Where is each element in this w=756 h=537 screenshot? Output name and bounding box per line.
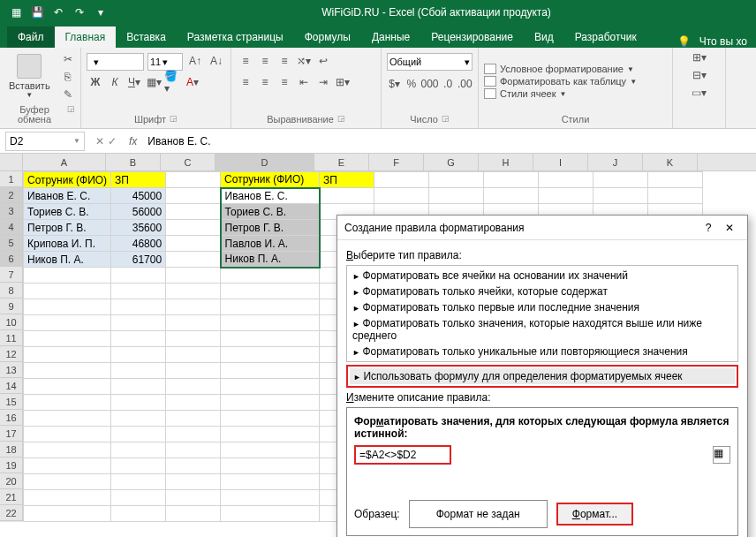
format-cells-icon[interactable]: ▭▾ [691, 85, 708, 101]
cell[interactable]: Сотруник (ФИО) [221, 172, 320, 188]
cell[interactable] [221, 411, 320, 427]
cell[interactable] [429, 188, 484, 204]
row-header[interactable]: 20 [0, 473, 23, 489]
qat-dropdown-icon[interactable]: ▾ [92, 4, 110, 21]
cell[interactable] [111, 268, 166, 284]
cell[interactable] [429, 172, 484, 188]
tab-formulas[interactable]: Формулы [294, 26, 361, 48]
formula-input[interactable] [144, 132, 756, 151]
cell[interactable] [24, 347, 111, 363]
row-header[interactable]: 16 [0, 410, 23, 426]
cell[interactable] [166, 299, 221, 315]
increase-decimal-icon[interactable]: .0 [441, 76, 456, 92]
cell[interactable]: 35600 [111, 220, 166, 236]
font-family-select[interactable]: ▾ [87, 53, 144, 71]
rule-type-item[interactable]: Форматировать все ячейки на основании их… [349, 268, 736, 284]
align-middle-icon[interactable]: ≡ [256, 53, 274, 69]
cell[interactable] [221, 315, 320, 331]
tab-developer[interactable]: Разработчик [564, 26, 647, 48]
cell[interactable] [111, 427, 166, 442]
tab-view[interactable]: Вид [524, 26, 564, 48]
font-size-select[interactable]: 11▾ [147, 53, 183, 71]
italic-icon[interactable]: К [106, 74, 124, 90]
cell[interactable] [166, 442, 221, 458]
row-header[interactable]: 8 [0, 283, 23, 299]
align-bottom-icon[interactable]: ≡ [276, 53, 293, 69]
rule-type-item[interactable]: Форматировать только ячейки, которые сод… [349, 284, 736, 299]
cell[interactable] [221, 442, 320, 458]
cell[interactable]: ЗП [320, 172, 374, 188]
rule-type-item-selected[interactable]: Использовать формулу для определения фор… [350, 368, 735, 384]
merge-icon[interactable]: ⊞▾ [334, 74, 352, 90]
row-header[interactable]: 18 [0, 442, 23, 458]
cell[interactable] [111, 411, 166, 427]
shrink-font-icon[interactable]: A↓ [208, 53, 225, 69]
cell[interactable]: 61700 [111, 252, 166, 268]
cell[interactable] [111, 331, 166, 347]
col-header[interactable]: D [215, 154, 314, 170]
cell[interactable]: Иванов Е. С. [24, 188, 111, 204]
cell[interactable]: Петров Г. В. [24, 220, 111, 236]
row-header[interactable]: 14 [0, 378, 23, 394]
cell[interactable]: Иванов Е. С. [221, 188, 320, 204]
format-painter-icon[interactable]: ✎ [59, 87, 77, 102]
cell[interactable] [166, 363, 221, 379]
row-header[interactable]: 17 [0, 426, 23, 442]
fx-icon[interactable]: fx [122, 135, 144, 147]
cell[interactable] [24, 299, 111, 315]
rule-type-list[interactable]: Форматировать все ячейки на основании их… [346, 265, 738, 362]
cell[interactable] [111, 315, 166, 331]
cell[interactable]: Сотруник (ФИО) [24, 172, 111, 188]
cell[interactable] [24, 315, 111, 331]
row-header[interactable]: 11 [0, 330, 23, 346]
cell[interactable]: Ториев С. В. [221, 204, 320, 220]
row-header[interactable]: 13 [0, 362, 23, 378]
bold-icon[interactable]: Ж [87, 74, 104, 90]
rule-type-item[interactable]: Форматировать только значения, которые н… [349, 315, 736, 344]
cell[interactable] [166, 395, 221, 411]
cell[interactable]: ЗП [111, 172, 166, 188]
cell[interactable] [166, 427, 221, 442]
currency-icon[interactable]: $▾ [387, 76, 402, 92]
cell[interactable] [166, 490, 221, 506]
align-launcher-icon[interactable]: ◲ [337, 115, 345, 125]
cell[interactable] [320, 188, 374, 204]
cell-styles-button[interactable]: Стили ячеек ▼ [484, 88, 637, 99]
save-icon[interactable]: 💾 [28, 4, 46, 21]
cell[interactable] [221, 490, 320, 506]
cell[interactable] [166, 220, 221, 236]
cell[interactable] [593, 172, 648, 188]
percent-icon[interactable]: % [404, 76, 419, 92]
cell[interactable] [166, 188, 221, 204]
tab-review[interactable]: Рецензирование [420, 26, 524, 48]
decrease-indent-icon[interactable]: ⇤ [295, 74, 313, 90]
tab-home[interactable]: Главная [55, 26, 117, 48]
cell[interactable] [24, 442, 111, 458]
cell[interactable] [24, 458, 111, 474]
row-header[interactable]: 2 [0, 187, 23, 203]
cell[interactable] [24, 427, 111, 442]
col-header[interactable]: G [424, 154, 479, 170]
rule-type-item[interactable]: Форматировать только первые или последни… [349, 299, 736, 315]
row-header[interactable]: 19 [0, 458, 23, 473]
align-top-icon[interactable]: ≡ [237, 53, 254, 69]
cell[interactable] [648, 188, 703, 204]
format-as-table-button[interactable]: Форматировать как таблицу ▼ [484, 76, 637, 87]
cancel-formula-icon[interactable]: ✕ [95, 135, 104, 147]
number-launcher-icon[interactable]: ◲ [442, 115, 450, 125]
cell[interactable] [111, 379, 166, 395]
col-header[interactable]: J [588, 154, 643, 170]
cell[interactable] [24, 490, 111, 506]
cell[interactable] [221, 284, 320, 299]
cell[interactable] [221, 268, 320, 284]
tell-me-icon[interactable]: 💡 [677, 35, 691, 48]
tell-me-label[interactable]: Что вы хо [699, 35, 747, 48]
cell[interactable] [221, 363, 320, 379]
formula-field[interactable] [354, 445, 451, 465]
cell[interactable] [111, 284, 166, 299]
cell[interactable] [166, 172, 221, 188]
cell[interactable] [24, 284, 111, 299]
row-header[interactable]: 12 [0, 346, 23, 362]
wrap-text-icon[interactable]: ↩ [314, 53, 332, 69]
tab-layout[interactable]: Разметка страницы [177, 26, 294, 48]
